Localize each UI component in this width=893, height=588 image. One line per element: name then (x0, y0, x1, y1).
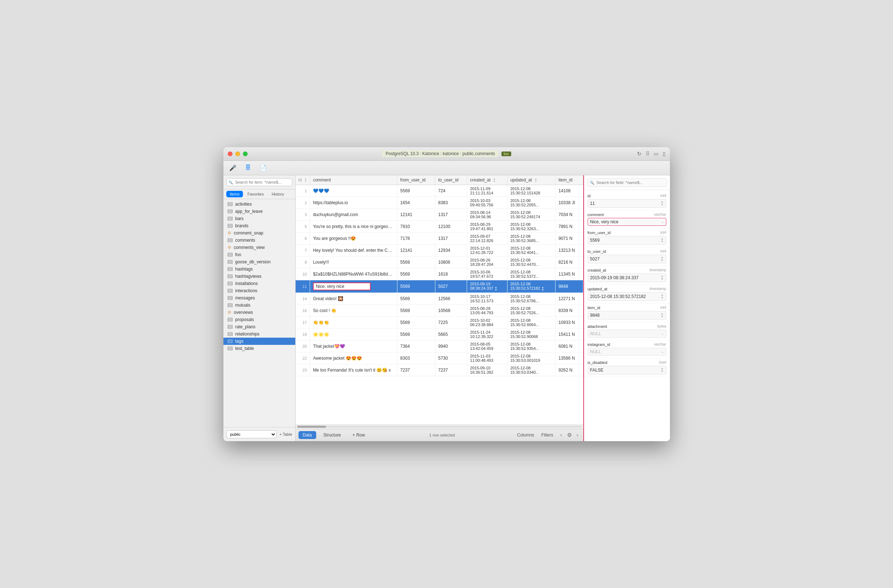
field-chevron-instagram_id[interactable]: ⌄ (661, 350, 664, 354)
cell-comment[interactable]: Great video! 🎇 (310, 293, 397, 305)
field-value-wrap-item_id[interactable]: 9848▲▼ (588, 311, 666, 320)
cell-comment[interactable]: 🌟🌟🌟 (310, 328, 397, 340)
field-value-wrap-from_user_id[interactable]: 5569▲▼ (588, 236, 666, 244)
cell-comment[interactable]: 👏👏👏 (310, 317, 397, 328)
field-value-wrap-is_disabled[interactable]: FALSE▲▼ (588, 366, 666, 375)
table-row[interactable]: 23Me too Fernanda! It's cute isn't it 😊😘… (296, 364, 583, 376)
next-page-button[interactable]: › (575, 432, 580, 438)
sidebar-item-test_table[interactable]: test_table (223, 345, 295, 352)
cell-comment[interactable]: 💙💙💙 (310, 185, 397, 197)
field-chevron-attachment[interactable]: ⌄ (661, 332, 664, 336)
cell-comment[interactable]: You are gorgeous !!😍 (310, 232, 397, 244)
maximize-button[interactable] (243, 152, 248, 156)
close-button[interactable] (228, 152, 233, 156)
cell-comment[interactable]: Lovely!!! (310, 256, 397, 268)
settings-button[interactable]: ⚙ (567, 432, 572, 438)
sidebar-item-tags[interactable]: tags (223, 338, 295, 345)
cell-comment[interactable]: $2a$10$HZLN88PNuWWi 47uS91lb8dR98ljt0kbl… (310, 268, 397, 280)
scroll-thumb[interactable] (297, 426, 326, 428)
created-at-stepper[interactable]: ▲▼ (495, 286, 498, 291)
cell-comment[interactable]: Hey lovely! You should def. enter the Ch… (310, 244, 397, 256)
data-table-wrap[interactable]: id ▲▼ comment from_user_id to_user_id cr… (296, 176, 583, 424)
col-id[interactable]: id ▲▼ (296, 176, 310, 185)
sidebar-item-hashtags[interactable]: hashtags (223, 266, 295, 273)
sql-icon[interactable]: 📄 (258, 163, 268, 173)
table-row[interactable]: 22Awesome jacket 😍😍😍830357302015-11-0311… (296, 352, 583, 364)
field-chevron-id[interactable]: ▲▼ (661, 201, 664, 206)
scroll-track[interactable] (297, 426, 582, 428)
mic-icon[interactable]: 🎤 (228, 163, 238, 173)
sidebar-item-bars[interactable]: bars (223, 215, 295, 222)
field-chevron-from_user_id[interactable]: ▲▼ (661, 237, 664, 243)
field-search-input[interactable] (587, 178, 667, 187)
col-to-user-id[interactable]: to_user_id (435, 176, 467, 185)
sidebar-item-installations[interactable]: installations (223, 280, 295, 287)
comment-edit-cell[interactable]: Nice, very nice (313, 282, 371, 290)
field-value-wrap-to_user_id[interactable]: 5027▲▼ (588, 255, 666, 263)
table-row[interactable]: 10$2a$10$HZLN88PNuWWi 47uS91lb8dR98ljt0k… (296, 268, 583, 280)
columns-button[interactable]: Columns (515, 432, 536, 438)
table-row[interactable]: 3duchuykun@gmail.com1214113172015-08-140… (296, 209, 583, 221)
database-icon[interactable]: 🗄 (244, 163, 252, 172)
field-value-wrap-comment[interactable]: Nice, very nice⌄ (588, 218, 666, 226)
sidebar-item-interactions[interactable]: interactions (223, 287, 295, 294)
col-created-at[interactable]: created_at ▲▼ (467, 176, 507, 185)
sidebar-item-app_for_leave[interactable]: app_for_leave (223, 208, 295, 215)
filters-button[interactable]: Filters (539, 432, 556, 438)
field-chevron-item_id[interactable]: ▲▼ (661, 312, 664, 318)
grid-icon[interactable]: ⠿ (646, 151, 649, 156)
cell-comment[interactable]: Nice, very nice (310, 280, 397, 293)
field-value-wrap-attachment[interactable]: NULL⌄ (588, 330, 666, 338)
cell-comment[interactable]: You're so pretty, this is a nice ni gorg… (310, 221, 397, 232)
sidebar-item-mutuals[interactable]: mutuals (223, 302, 295, 309)
sidebar-item-brands[interactable]: brands (223, 222, 295, 230)
sidebar-item-comment_snap[interactable]: ⊙comment_snap (223, 230, 295, 237)
col-updated-at[interactable]: updated_at ▲▼ (507, 176, 556, 185)
table-row[interactable]: 8Lovely!!!5569108062015-08-2618:28:47.20… (296, 256, 583, 268)
field-value-wrap-id[interactable]: 11▲▼ (588, 199, 666, 208)
schema-select[interactable]: public (226, 430, 277, 438)
table-row[interactable]: 6You are gorgeous !!😍717813172015-09-072… (296, 232, 583, 244)
table-row[interactable]: 7Hey lovely! You should def. enter the C… (296, 244, 583, 256)
prev-page-button[interactable]: ‹ (558, 432, 564, 438)
sidebar-right-icon[interactable]: ▯ (663, 151, 666, 156)
table-row[interactable]: 14Great video! 🎇5569125662015-10-1716:52… (296, 293, 583, 305)
sidebar-left-icon[interactable]: ▭ (654, 151, 658, 156)
cell-comment[interactable]: https://tableplus.io (310, 197, 397, 209)
field-chevron-to_user_id[interactable]: ▲▼ (661, 256, 664, 262)
table-row[interactable]: 19🌟🌟🌟556956652015-11-2410:12:39.3222015-… (296, 328, 583, 340)
cell-comment[interactable]: That jacket💝💜 (310, 340, 397, 352)
sidebar-item-relationships[interactable]: relationships (223, 330, 295, 338)
sidebar-item-activities[interactable]: activities (223, 201, 295, 208)
tab-history[interactable]: History (268, 191, 288, 197)
table-row[interactable]: 1💙💙💙55697242015-11-0921:11:21.6142015-12… (296, 185, 583, 197)
add-table-button[interactable]: + Table (280, 432, 292, 436)
sidebar-item-proposals[interactable]: proposals (223, 316, 295, 323)
tab-structure[interactable]: Structure (319, 431, 346, 439)
field-value-wrap-created_at[interactable]: 2015-09-19 08:38:24.337▲▼ (588, 273, 666, 282)
field-chevron-created_at[interactable]: ▲▼ (661, 275, 664, 280)
table-row[interactable]: 5You're so pretty, this is a nice ni gor… (296, 221, 583, 232)
sidebar-item-hashtagviews[interactable]: hashtagviews (223, 273, 295, 280)
updated-at-stepper[interactable]: ▲▼ (541, 286, 544, 291)
table-row[interactable]: 17👏👏👏556972252015-10-0206:23:38.8842015-… (296, 317, 583, 328)
sidebar-item-overviews[interactable]: ⊙overviews (223, 309, 295, 316)
table-row[interactable]: 20That jacket💝💜736499402015-08-0513:42:0… (296, 340, 583, 352)
sidebar-item-goose_db_version[interactable]: goose_db_version (223, 258, 295, 266)
col-comment[interactable]: comment (310, 176, 397, 185)
col-from-user-id[interactable]: from_user_id (397, 176, 435, 185)
table-row[interactable]: 2https://tableplus.io165483832015-10-030… (296, 197, 583, 209)
table-row[interactable]: 11Nice, very nice556950272015-09-1908:38… (296, 280, 583, 293)
sidebar-search-input[interactable] (226, 178, 292, 186)
cell-comment[interactable]: Awesome jacket 😍😍😍 (310, 352, 397, 364)
tab-add-row[interactable]: + Row (348, 431, 369, 439)
cell-comment[interactable]: So cool ! 👏 (310, 305, 397, 317)
field-value-wrap-updated_at[interactable]: 2015-12-08 15:30:52.572182▲▼ (588, 292, 666, 301)
cell-comment[interactable]: duchuykun@gmail.com (310, 209, 397, 221)
sidebar-item-comments[interactable]: comments (223, 237, 295, 244)
col-item-id[interactable]: item_id (556, 176, 583, 185)
refresh-icon[interactable]: ↻ (637, 151, 641, 156)
cell-comment[interactable]: Me too Fernanda! It's cute isn't it 😊😘 x (310, 364, 397, 376)
tab-favorites[interactable]: Favorites (244, 191, 267, 197)
horizontal-scrollbar[interactable] (296, 424, 583, 429)
